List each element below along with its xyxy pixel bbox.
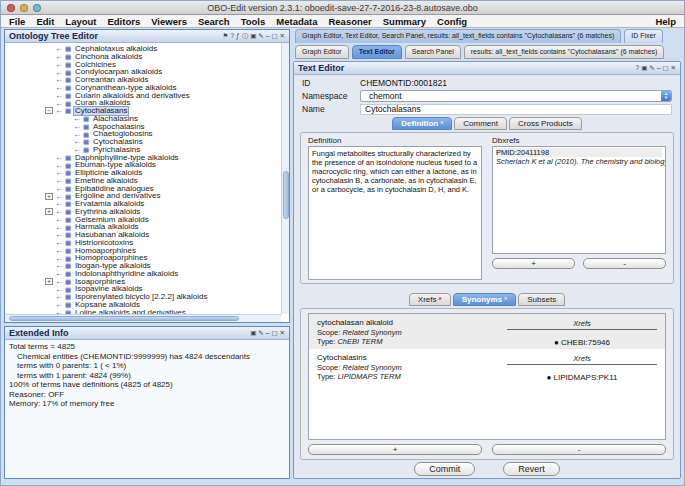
- tree-item[interactable]: ←▦Isporenylated bicyclo [2.2.2] alkaloid…: [5, 293, 280, 301]
- definition-section: Definition Fungal metabolites structural…: [300, 132, 674, 284]
- xref-value[interactable]: ● LIPIDMAPS:PK11: [507, 373, 657, 382]
- minimize-icon[interactable]: –: [266, 329, 270, 337]
- synonym-remove-button[interactable]: -: [492, 444, 666, 455]
- tree-item[interactable]: ←▦Curan alkaloids: [5, 99, 280, 107]
- screenshot-icon[interactable]: ▣: [250, 32, 256, 40]
- revert-button[interactable]: Revert: [503, 462, 560, 476]
- menu-item-search[interactable]: Search: [198, 16, 230, 27]
- tree-horizontal-scrollbar[interactable]: [5, 314, 281, 322]
- tree-vertical-scrollbar[interactable]: [281, 43, 289, 314]
- tab-search-panel[interactable]: Search Panel: [405, 45, 461, 59]
- close-window-button[interactable]: [7, 4, 15, 12]
- menu-item-editors[interactable]: Editors: [107, 16, 140, 27]
- vertical-scrollbar-thumb[interactable]: [283, 171, 289, 219]
- menu-item-tools[interactable]: Tools: [241, 16, 266, 27]
- name-input[interactable]: Cytochalasans: [360, 104, 672, 115]
- tree-expander-icon[interactable]: +: [45, 278, 53, 285]
- minimize-icon[interactable]: –: [657, 64, 661, 72]
- tree-expander-icon[interactable]: +: [45, 193, 53, 200]
- definition-textarea[interactable]: Fungal metabolites structurally characte…: [308, 146, 482, 280]
- synonym-row[interactable]: cytochalasan alkaloid Scope: Related Syn…: [309, 314, 665, 349]
- tree-expander-spacer: [45, 255, 53, 262]
- tree-item[interactable]: ←▦Indolonaphthyridine alkaloids: [5, 270, 280, 278]
- menu-item-metadata[interactable]: Metadata: [276, 16, 317, 27]
- config-wrench-icon[interactable]: ✎: [258, 32, 263, 40]
- dock-tab-editors-group[interactable]: Graph Editor, Text Editor, Search Panel,…: [295, 29, 621, 43]
- menu-item-config[interactable]: Config: [437, 16, 467, 27]
- help-icon[interactable]: ?: [230, 32, 234, 40]
- minimize-icon[interactable]: –: [266, 32, 270, 40]
- screenshot-icon[interactable]: ▣: [641, 64, 647, 72]
- tree-item[interactable]: ←▦Ervatamia alkaloids: [5, 200, 280, 208]
- tab-definition[interactable]: Definition*: [392, 117, 452, 130]
- tab-subsets[interactable]: Subsets: [518, 293, 565, 306]
- is-a-arrow-icon: ←: [55, 61, 65, 68]
- close-icon[interactable]: ✕: [671, 64, 676, 72]
- dropdown-stepper-icon[interactable]: ▲▼: [661, 91, 671, 101]
- maximize-icon[interactable]: ▢: [662, 64, 668, 72]
- synonym-row[interactable]: Cytochalasins Scope: Related Synonym Typ…: [309, 349, 665, 384]
- tab-synonyms[interactable]: Synonyms*: [453, 293, 517, 306]
- tree-item[interactable]: ←▦Cinchona alkaloids: [5, 53, 280, 61]
- synonym-name: cytochalasan alkaloid: [317, 318, 507, 328]
- tree-item[interactable]: ←▦Ellipticine alkaloids: [5, 169, 280, 177]
- term-icon: ▦: [83, 115, 92, 122]
- synonym-add-button[interactable]: +: [308, 444, 482, 455]
- filter-icon[interactable]: ƒ: [236, 32, 240, 40]
- tree-item[interactable]: ←▦Histrionicotoxins: [5, 239, 280, 247]
- tab-comment[interactable]: Comment: [454, 117, 507, 130]
- menu-item-help[interactable]: Help: [655, 16, 676, 27]
- synonym-details: cytochalasan alkaloid Scope: Related Syn…: [317, 318, 507, 347]
- tree-expander-icon[interactable]: −: [45, 107, 53, 114]
- tab-text-editor[interactable]: Text Editor: [352, 45, 402, 59]
- close-icon[interactable]: ✕: [280, 329, 285, 337]
- tree-item[interactable]: ←▦Cularin alkaloids and derivatives: [5, 92, 280, 100]
- tree-item[interactable]: ←▦Hasubanan alkaloids: [5, 231, 280, 239]
- menu-item-reasoner[interactable]: Reasoner: [328, 16, 371, 27]
- dock-tab-id-fixer[interactable]: ID Fixer: [624, 29, 663, 43]
- panel-title: Extended Info: [9, 328, 250, 338]
- minimize-window-button[interactable]: [20, 4, 28, 12]
- dbxref-add-button[interactable]: +: [492, 258, 575, 269]
- menu-bar: FileEditLayoutEditorsViewersSearchToolsM…: [1, 15, 684, 28]
- screenshot-icon[interactable]: ▣: [250, 329, 256, 337]
- tree-item[interactable]: ←▦Ebuman-type alkaloids: [5, 161, 280, 169]
- tree-item[interactable]: ←▦Gelsemium alkaloids: [5, 216, 280, 224]
- tree-rows: ←▦Cephalotaxus alkaloids←▦Cinchona alkal…: [5, 45, 280, 316]
- maximize-icon[interactable]: ▢: [271, 32, 277, 40]
- close-icon[interactable]: ✕: [280, 32, 285, 40]
- maximize-icon[interactable]: ▢: [271, 329, 277, 337]
- term-icon: ▦: [65, 185, 74, 192]
- menu-item-summary[interactable]: Summary: [383, 16, 426, 27]
- help-icon[interactable]: ?: [636, 64, 640, 72]
- horizontal-scrollbar-thumb[interactable]: [9, 316, 239, 321]
- ontology-tree: ←▦Cephalotaxus alkaloids←▦Cinchona alkal…: [5, 43, 289, 322]
- xref-value[interactable]: ● CHEBI:75946: [507, 338, 657, 347]
- tree-item[interactable]: ←▦Cephalotaxus alkaloids: [5, 45, 280, 53]
- dbxrefs-list[interactable]: PMID:20411198 Scherlach K et al (2010). …: [492, 146, 666, 254]
- menu-item-layout[interactable]: Layout: [65, 16, 96, 27]
- dbxref-id[interactable]: PMID:20411198: [496, 148, 662, 157]
- commit-button[interactable]: Commit: [414, 462, 475, 476]
- tab-cross-products[interactable]: Cross Products: [509, 117, 582, 130]
- term-icon: ▦: [65, 239, 74, 246]
- tree-item[interactable]: ←▦Cytochalasins: [5, 138, 280, 146]
- panel-header-icons: ?▣✎–▢✕: [636, 64, 676, 72]
- tree-expander-icon[interactable]: +: [45, 208, 53, 215]
- menu-item-viewers[interactable]: Viewers: [151, 16, 187, 27]
- menu-item-file[interactable]: File: [9, 16, 25, 27]
- dbxref-remove-button[interactable]: -: [583, 258, 666, 269]
- term-icon: ▦: [65, 200, 74, 207]
- menu-item-edit[interactable]: Edit: [36, 16, 54, 27]
- config-wrench-icon[interactable]: ✎: [649, 64, 654, 72]
- info-icon[interactable]: ⓘ: [242, 32, 249, 40]
- zoom-window-button[interactable]: [33, 4, 41, 12]
- tab-search-results[interactable]: results: all_text_fields contains "Cytoc…: [464, 45, 665, 59]
- is-a-arrow-icon: ←: [55, 185, 65, 192]
- pin-icon[interactable]: ⚑: [223, 32, 229, 40]
- tab-graph-editor[interactable]: Graph Editor: [295, 45, 349, 59]
- tab-xrefs[interactable]: Xrefs*: [409, 293, 451, 306]
- config-wrench-icon[interactable]: ✎: [258, 329, 263, 337]
- namespace-select[interactable]: chemont ▲▼: [360, 90, 672, 102]
- tree-item[interactable]: −←▦Cytochalasans: [5, 107, 280, 115]
